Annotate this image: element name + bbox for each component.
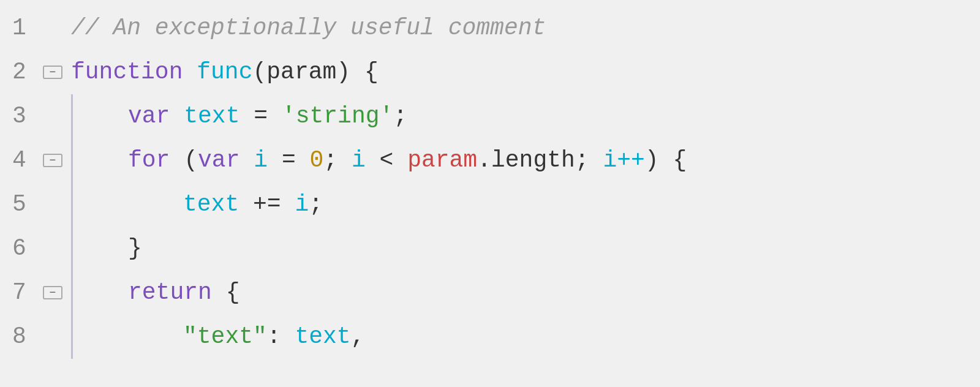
- line-number: 5: [12, 182, 43, 227]
- code-editor: 1// An exceptionally useful comment2−fun…: [0, 0, 980, 387]
- token: 'string': [282, 94, 393, 138]
- line-number: 7: [12, 271, 43, 315]
- line-number: 2: [12, 50, 43, 94]
- code-line: 3var text = 'string';: [0, 94, 980, 138]
- token: var: [198, 138, 239, 182]
- token: [170, 94, 184, 138]
- code-line: 1// An exceptionally useful comment: [0, 6, 980, 50]
- code-line: 5text += i;: [0, 182, 980, 227]
- vertical-indent-line: [71, 94, 73, 138]
- vertical-indent-line: [71, 315, 73, 359]
- code-line: 7−return {: [0, 271, 980, 315]
- vertical-indent-line: [71, 271, 73, 315]
- token: :: [267, 315, 295, 359]
- token: }: [128, 227, 142, 271]
- vertical-indent-line: [71, 138, 73, 182]
- code-line: 6}: [0, 227, 980, 271]
- token: for: [128, 138, 170, 182]
- token: text: [295, 315, 350, 359]
- token: <: [366, 138, 407, 182]
- token: =: [268, 138, 309, 182]
- token: ;: [323, 138, 352, 182]
- token: text: [183, 182, 239, 227]
- token: param: [407, 138, 477, 182]
- token: ;: [393, 94, 407, 138]
- code-line: 2−function func(param) {: [0, 50, 980, 94]
- token: func: [197, 50, 252, 94]
- token: {: [212, 271, 240, 315]
- code-line: 8"text": text,: [0, 315, 980, 359]
- vertical-indent-line: [71, 227, 73, 271]
- token: // An exceptionally useful comment: [71, 6, 546, 50]
- fold-button[interactable]: −: [43, 154, 62, 167]
- line-number: 8: [12, 315, 43, 359]
- token: i: [295, 182, 309, 227]
- token: [239, 138, 254, 182]
- token: .length;: [477, 138, 603, 182]
- token: (param) {: [252, 50, 378, 94]
- token: i++: [603, 138, 644, 182]
- token: return: [128, 271, 212, 315]
- token: i: [254, 138, 268, 182]
- token: =: [239, 94, 281, 138]
- fold-button[interactable]: −: [43, 286, 62, 299]
- line-number: 3: [12, 94, 43, 138]
- token: i: [352, 138, 366, 182]
- token: ) {: [645, 138, 687, 182]
- token: (: [170, 138, 198, 182]
- token: ;: [309, 182, 323, 227]
- token: 0: [310, 138, 324, 182]
- line-number: 6: [12, 227, 43, 271]
- token: ,: [351, 315, 365, 359]
- token: var: [128, 94, 170, 138]
- fold-button[interactable]: −: [43, 66, 62, 79]
- token: +=: [239, 182, 295, 227]
- token: text: [184, 94, 239, 138]
- line-number: 1: [12, 6, 43, 50]
- vertical-indent-line: [71, 182, 73, 227]
- token: "text": [183, 315, 267, 359]
- token: function: [71, 50, 183, 94]
- token: [183, 50, 197, 94]
- code-line: 4−for (var i = 0; i < param.length; i++)…: [0, 138, 980, 182]
- line-number: 4: [12, 138, 43, 182]
